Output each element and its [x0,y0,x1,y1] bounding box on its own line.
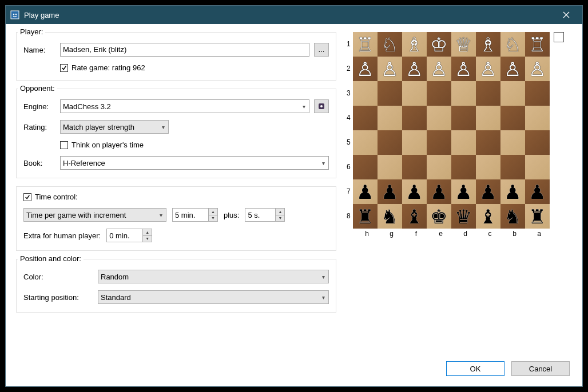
square[interactable]: ♖ [353,32,378,57]
square[interactable]: ♗ [402,32,427,57]
square[interactable]: ♗ [476,32,500,57]
square[interactable]: ♙ [402,57,427,81]
time-control-checkbox[interactable] [23,193,31,201]
spin-down-icon[interactable]: ▼ [143,236,152,242]
square[interactable] [500,130,525,155]
chess-board[interactable]: ♖♘♗♔♕♗♘♖♙♙♙♙♙♙♙♙♟♟♟♟♟♟♟♟♜♞♝♚♛♝♞♜ [353,32,550,229]
spin-down-icon[interactable]: ▼ [276,215,284,222]
square[interactable] [402,130,427,155]
square[interactable]: ♚ [427,204,451,229]
spin-up-icon[interactable]: ▲ [143,229,152,236]
square[interactable]: ♙ [378,57,402,81]
engine-settings-button[interactable] [314,99,329,113]
square[interactable] [525,155,550,179]
square[interactable] [451,130,476,155]
extra-spinner[interactable]: 0 min. ▲▼ [106,229,152,242]
piece: ♙ [356,59,374,79]
square[interactable] [476,106,500,130]
square[interactable] [427,155,451,179]
piece: ♔ [430,35,447,54]
think-checkbox[interactable] [60,141,68,149]
square[interactable] [378,130,402,155]
color-select[interactable]: Random ▾ [98,270,329,283]
position-group: Position and color: Color: Random ▾ Star… [16,259,336,313]
square[interactable]: ♖ [525,32,550,57]
spin-down-icon[interactable]: ▼ [209,215,217,222]
square[interactable] [476,130,500,155]
square[interactable]: ♞ [378,204,402,229]
square[interactable]: ♙ [525,57,550,81]
name-input[interactable]: Madsen, Erik (blitz) [60,43,309,57]
square[interactable] [353,106,378,130]
square[interactable] [525,106,550,130]
square[interactable] [500,155,525,179]
start-select[interactable]: Standard ▾ [98,290,329,304]
piece: ♙ [455,59,472,79]
square[interactable]: ♘ [378,32,402,57]
square[interactable] [525,81,550,106]
square[interactable] [378,81,402,106]
square[interactable] [476,81,500,106]
cancel-button[interactable]: Cancel [511,361,570,376]
engine-select[interactable]: MadChess 3.2 ▾ [60,99,309,113]
piece: ♙ [529,59,546,79]
square[interactable]: ♟ [427,179,451,204]
square[interactable] [353,155,378,179]
square[interactable] [427,81,451,106]
square[interactable] [378,106,402,130]
square[interactable]: ♟ [500,179,525,204]
rate-game-checkbox[interactable] [60,64,68,72]
piece: ♙ [504,59,521,79]
time-mode-select[interactable]: Time per game with increment ▾ [23,208,166,222]
board-area: 12345678 ♖♘♗♔♕♗♘♖♙♙♙♙♙♙♙♙♟♟♟♟♟♟♟♟♜♞♝♚♛♝♞… [347,32,551,321]
ok-button[interactable]: OK [446,361,504,376]
square[interactable] [451,155,476,179]
square[interactable] [427,130,451,155]
square[interactable] [353,130,378,155]
browse-player-button[interactable]: ... [314,43,329,57]
square[interactable]: ♜ [353,204,378,229]
square[interactable]: ♟ [353,179,378,204]
spin-up-icon[interactable]: ▲ [276,209,284,215]
square[interactable]: ♕ [451,32,476,57]
board-corner-swatch [554,32,564,42]
square[interactable]: ♝ [402,204,427,229]
square[interactable] [451,81,476,106]
piece: ♙ [479,59,496,79]
square[interactable] [402,155,427,179]
square[interactable] [500,106,525,130]
square[interactable]: ♟ [451,179,476,204]
square[interactable]: ♜ [525,204,550,229]
square[interactable]: ♙ [451,57,476,81]
square[interactable]: ♟ [476,179,500,204]
time-value-spinner[interactable]: 5 min. ▲▼ [172,208,218,222]
square[interactable] [476,155,500,179]
square[interactable] [427,106,451,130]
square[interactable]: ♝ [476,204,500,229]
square[interactable] [353,81,378,106]
square[interactable] [378,155,402,179]
square[interactable]: ♙ [500,57,525,81]
square[interactable]: ♟ [378,179,402,204]
piece: ♙ [381,59,398,79]
square[interactable]: ♟ [402,179,427,204]
square[interactable] [451,106,476,130]
square[interactable]: ♞ [500,204,525,229]
square[interactable] [525,130,550,155]
square[interactable] [402,106,427,130]
square[interactable]: ♟ [525,179,550,204]
square[interactable]: ♙ [427,57,451,81]
square[interactable]: ♔ [427,32,451,57]
book-select[interactable]: H-Reference ▾ [60,156,329,170]
square[interactable]: ♘ [500,32,525,57]
square[interactable] [500,81,525,106]
book-label: Book: [23,159,60,167]
rating-select[interactable]: Match player strength ▾ [60,120,169,134]
square[interactable]: ♙ [476,57,500,81]
spin-up-icon[interactable]: ▲ [209,209,217,215]
increment-spinner[interactable]: 5 s. ▲▼ [245,208,285,222]
close-button[interactable] [555,6,578,24]
square[interactable] [402,81,427,106]
square[interactable]: ♛ [451,204,476,229]
square[interactable]: ♙ [353,57,378,81]
